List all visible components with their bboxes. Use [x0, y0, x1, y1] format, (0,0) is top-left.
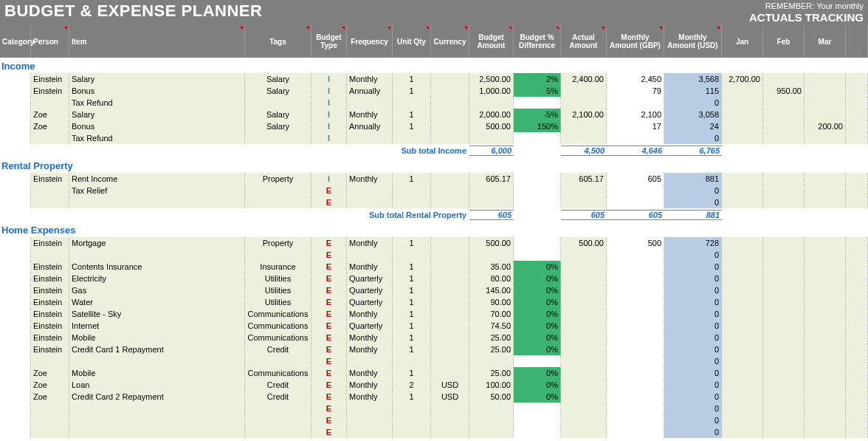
cell[interactable]: Quarterly: [347, 273, 393, 284]
cell[interactable]: [0, 185, 31, 196]
cell[interactable]: 500.00: [561, 237, 607, 249]
cell[interactable]: [607, 249, 664, 261]
cell[interactable]: [607, 97, 664, 109]
cell[interactable]: Salary: [245, 120, 311, 132]
cell[interactable]: [846, 332, 868, 343]
cell[interactable]: [722, 367, 763, 379]
cell[interactable]: 0: [664, 414, 722, 426]
cell[interactable]: [347, 249, 393, 261]
cell[interactable]: Einstein: [31, 73, 69, 85]
cell[interactable]: [561, 308, 607, 320]
cell[interactable]: I: [311, 132, 347, 144]
cell[interactable]: [469, 355, 514, 367]
cell[interactable]: [69, 355, 245, 367]
cell[interactable]: 605.17: [469, 173, 514, 185]
cell[interactable]: 3,568: [664, 73, 722, 85]
cell[interactable]: 1: [393, 120, 431, 132]
cell[interactable]: [245, 249, 311, 261]
cell[interactable]: [431, 97, 469, 109]
cell[interactable]: [245, 97, 311, 109]
cell[interactable]: [431, 109, 469, 120]
cell[interactable]: [805, 332, 846, 343]
cell[interactable]: 0%: [514, 332, 561, 343]
cell[interactable]: [561, 414, 607, 426]
cell[interactable]: [245, 403, 311, 414]
cell[interactable]: Quarterly: [347, 296, 393, 308]
cell[interactable]: [763, 332, 805, 343]
cell[interactable]: [607, 355, 664, 367]
cell[interactable]: [763, 391, 805, 403]
cell[interactable]: [561, 120, 607, 132]
cell[interactable]: [722, 109, 763, 120]
cell[interactable]: 25.00: [469, 367, 514, 379]
cell[interactable]: 2,100: [607, 109, 664, 120]
cell[interactable]: I: [311, 85, 347, 97]
cell[interactable]: [514, 403, 561, 414]
cell[interactable]: [561, 379, 607, 391]
cell[interactable]: 1: [393, 343, 431, 355]
cell[interactable]: 2,700.00: [722, 73, 763, 85]
cell[interactable]: 0: [664, 261, 722, 273]
cell[interactable]: [469, 414, 514, 426]
cell[interactable]: [561, 85, 607, 97]
cell[interactable]: [763, 308, 805, 320]
cell[interactable]: Gas: [69, 284, 245, 296]
cell[interactable]: [846, 132, 868, 144]
cell[interactable]: [607, 185, 664, 196]
cell[interactable]: [0, 367, 31, 379]
cell[interactable]: E: [311, 343, 347, 355]
cell[interactable]: Zoe: [31, 391, 69, 403]
cell[interactable]: -5%: [514, 109, 561, 120]
cell[interactable]: [763, 97, 805, 109]
cell[interactable]: [0, 343, 31, 355]
cell[interactable]: [0, 73, 31, 85]
cell[interactable]: [722, 97, 763, 109]
cell[interactable]: 0%: [514, 367, 561, 379]
cell[interactable]: [607, 379, 664, 391]
cell[interactable]: [431, 308, 469, 320]
cell[interactable]: 0: [664, 249, 722, 261]
cell[interactable]: 0: [664, 296, 722, 308]
cell[interactable]: [0, 391, 31, 403]
cell[interactable]: [763, 367, 805, 379]
cell[interactable]: Einstein: [31, 296, 69, 308]
cell[interactable]: [0, 426, 31, 438]
cell[interactable]: 2,500.00: [469, 73, 514, 85]
cell[interactable]: 0%: [514, 320, 561, 332]
cell[interactable]: Internet: [69, 320, 245, 332]
cell[interactable]: [607, 426, 664, 438]
cell[interactable]: 0: [664, 308, 722, 320]
cell[interactable]: [431, 296, 469, 308]
cell[interactable]: E: [311, 403, 347, 414]
cell[interactable]: Zoe: [31, 367, 69, 379]
cell[interactable]: [805, 426, 846, 438]
cell[interactable]: 500: [607, 237, 664, 249]
cell[interactable]: [514, 97, 561, 109]
cell[interactable]: Tax Relief: [69, 185, 245, 196]
cell[interactable]: [561, 332, 607, 343]
cell[interactable]: [846, 185, 868, 196]
cell[interactable]: Bonus: [69, 85, 245, 97]
cell[interactable]: Credit: [245, 379, 311, 391]
cell[interactable]: 115: [664, 85, 722, 97]
cell[interactable]: Monthly: [347, 343, 393, 355]
cell[interactable]: [763, 403, 805, 414]
cell[interactable]: [469, 97, 514, 109]
cell[interactable]: [722, 426, 763, 438]
cell[interactable]: [846, 296, 868, 308]
cell[interactable]: [607, 332, 664, 343]
cell[interactable]: 0%: [514, 391, 561, 403]
cell[interactable]: [31, 403, 69, 414]
cell[interactable]: 1: [393, 173, 431, 185]
cell[interactable]: E: [311, 185, 347, 196]
cell[interactable]: 0: [664, 284, 722, 296]
cell[interactable]: [722, 332, 763, 343]
cell[interactable]: Mobile: [69, 332, 245, 343]
cell[interactable]: Credit Card 1 Repayment: [69, 343, 245, 355]
cell[interactable]: I: [311, 73, 347, 85]
cell[interactable]: Mobile: [69, 367, 245, 379]
cell[interactable]: [69, 403, 245, 414]
cell[interactable]: [469, 185, 514, 196]
cell[interactable]: Rent Income: [69, 173, 245, 185]
cell[interactable]: 2%: [514, 73, 561, 85]
